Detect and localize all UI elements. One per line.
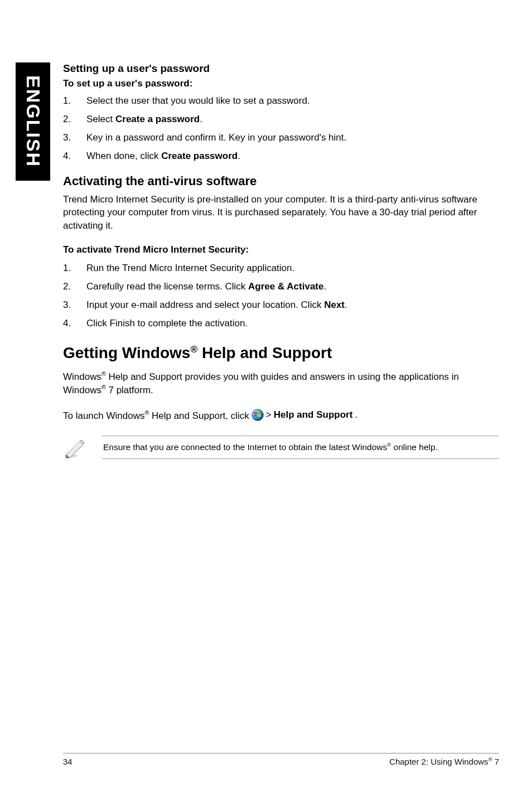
list-number: 1. xyxy=(63,262,71,275)
list-text: Run the Trend Micro Internet Security ap… xyxy=(86,263,294,273)
list-bold: Agree & Activate xyxy=(248,281,323,292)
list-number: 2. xyxy=(63,281,71,293)
side-language-tab: ENGLISH xyxy=(16,62,50,181)
list-item: 2. Carefully read the license terms. Cli… xyxy=(63,281,499,293)
list-text: Input your e-mail address and select you… xyxy=(86,299,324,310)
subheading-set-password: To set up a user's password: xyxy=(63,78,499,89)
list-text: Key in a password and confirm it. Key in… xyxy=(86,132,346,143)
page-number: 34 xyxy=(63,757,72,766)
list-set-password-steps: 1. Select the user that you would like t… xyxy=(63,95,499,163)
list-text-post: . xyxy=(238,151,240,161)
launch-text-a: To launch Windows® Help and Support, cli… xyxy=(63,409,249,422)
list-item: 1. Select the user that you would like t… xyxy=(63,95,499,108)
h1-part-b: Help and Support xyxy=(197,344,332,361)
list-text: When done, click xyxy=(86,151,161,161)
p-part-a: Windows xyxy=(63,371,101,382)
list-text: Carefully read the license terms. Click xyxy=(86,281,248,292)
list-number: 4. xyxy=(63,150,71,163)
list-text-post: . xyxy=(200,114,202,124)
launch-instruction: To launch Windows® Help and Support, cli… xyxy=(63,409,499,421)
subheading-activate-trend: To activate Trend Micro Internet Securit… xyxy=(63,244,499,255)
note-text: Ensure that you are connected to the Int… xyxy=(102,436,499,458)
list-text-post: . xyxy=(345,299,347,310)
list-text-post: . xyxy=(323,281,326,292)
list-number: 4. xyxy=(63,317,71,330)
list-item: 3. Key in a password and confirm it. Key… xyxy=(63,132,499,144)
list-bold: Next xyxy=(324,299,345,310)
list-item: 3. Input your e-mail address and select … xyxy=(63,299,499,312)
heading-getting-help: Getting Windows® Help and Support xyxy=(63,344,499,362)
list-item: 2. Select Create a password. xyxy=(63,113,499,126)
list-activate-steps: 1. Run the Trend Micro Internet Security… xyxy=(63,262,499,330)
launch-gt: > xyxy=(266,409,272,421)
launch-bold: Help and Support xyxy=(274,409,353,421)
heading-setting-password: Setting up a user's password xyxy=(63,62,499,75)
launch-end: . xyxy=(355,409,357,421)
paragraph-help-desc: Windows® Help and Support provides you w… xyxy=(63,370,499,397)
list-number: 1. xyxy=(63,95,71,108)
list-number: 3. xyxy=(63,299,71,312)
h1-part-a: Getting Windows xyxy=(63,344,190,361)
heading-activate-antivirus: Activating the anti-virus software xyxy=(63,174,499,189)
page-footer: 34 Chapter 2: Using Windows® 7 xyxy=(63,753,499,766)
list-bold: Create password xyxy=(161,151,238,161)
list-item: 4. When done, click Create password. xyxy=(63,150,499,163)
list-text: Click Finish to complete the activation. xyxy=(86,318,248,328)
note-b: online help. xyxy=(391,443,438,452)
note-a: Ensure that you are connected to the Int… xyxy=(103,443,387,452)
p-part-c: 7 platform. xyxy=(106,385,153,395)
list-item: 1. Run the Trend Micro Internet Security… xyxy=(63,262,499,275)
list-item: 4. Click Finish to complete the activati… xyxy=(63,317,499,330)
list-text: Select xyxy=(86,114,115,124)
list-number: 2. xyxy=(63,113,71,126)
registered-mark: ® xyxy=(101,384,106,390)
chapter-label: Chapter 2: Using Windows® 7 xyxy=(389,757,499,766)
pen-icon xyxy=(63,436,88,461)
note-row: Ensure that you are connected to the Int… xyxy=(63,436,499,461)
windows-start-icon xyxy=(252,409,264,421)
registered-mark: ® xyxy=(190,344,197,355)
side-language-label: ENGLISH xyxy=(22,75,44,167)
list-text: Select the user that you would like to s… xyxy=(86,95,310,106)
list-number: 3. xyxy=(63,132,71,144)
paragraph-antivirus-desc: Trend Micro Internet Security is pre-ins… xyxy=(63,193,499,232)
list-bold: Create a password xyxy=(115,114,200,124)
registered-mark: ® xyxy=(101,370,106,377)
page-content: Setting up a user's password To set up a… xyxy=(63,62,499,461)
